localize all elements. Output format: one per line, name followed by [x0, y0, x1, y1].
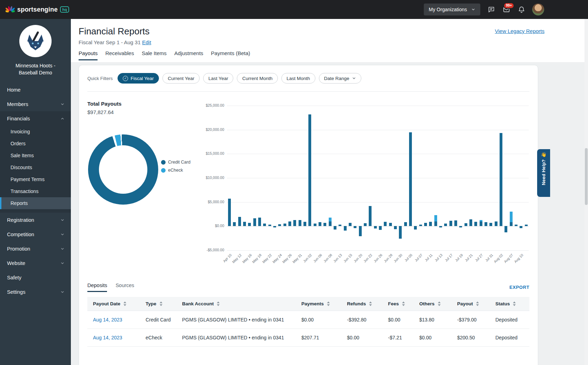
credit-card-bar-negative[interactable]: [379, 226, 382, 230]
sidebar-item-competition[interactable]: Competition: [0, 227, 71, 241]
column-header-bank-account[interactable]: Bank Account: [176, 301, 296, 306]
payout-date-link[interactable]: Aug 14, 2023: [87, 317, 140, 323]
credit-card-bar[interactable]: [515, 225, 517, 226]
need-help-tab[interactable]: 👋 Need Help?: [537, 149, 550, 197]
filter-date-range[interactable]: Date Range: [319, 73, 361, 84]
credit-card-bar[interactable]: [288, 221, 291, 226]
sidebar-item-safety[interactable]: Safety: [0, 270, 71, 285]
credit-card-bar-negative[interactable]: [414, 226, 417, 230]
sort-icon[interactable]: [160, 301, 162, 306]
sportsengine-home-link[interactable]: sportsengine hq: [6, 5, 69, 14]
sidebar-item-transactions[interactable]: Transactions: [0, 185, 71, 197]
column-header-type[interactable]: Type: [140, 301, 176, 306]
payout-date-link[interactable]: Aug 14, 2023: [87, 335, 140, 340]
filter-current-year[interactable]: Current Year: [162, 73, 200, 84]
credit-card-bar[interactable]: [474, 222, 477, 226]
credit-card-bar[interactable]: [323, 223, 326, 226]
credit-card-bar[interactable]: [469, 219, 472, 226]
tab-payments-beta[interactable]: Payments (Beta): [211, 50, 250, 60]
echeck-bar[interactable]: [510, 212, 513, 222]
org-logo[interactable]: [19, 25, 52, 57]
credit-card-bar[interactable]: [248, 223, 251, 226]
column-header-status[interactable]: Status: [490, 301, 529, 306]
echeck-bar[interactable]: [329, 218, 332, 221]
credit-card-bar[interactable]: [263, 224, 266, 226]
sidebar-item-promotion[interactable]: Promotion: [0, 241, 71, 256]
payout-type-donut-chart[interactable]: [88, 134, 158, 205]
credit-card-bar-negative[interactable]: [520, 226, 522, 228]
credit-card-bar[interactable]: [404, 222, 407, 226]
table-row[interactable]: Aug 14, 2023eCheckPGMS (GLASGOW) LIMITED…: [87, 329, 529, 347]
credit-card-bar[interactable]: [283, 224, 286, 226]
sidebar-item-discounts[interactable]: Discounts: [0, 161, 71, 173]
scrollbar-track[interactable]: [584, 19, 588, 365]
sidebar-item-payment-terms[interactable]: Payment Terms: [0, 173, 71, 185]
credit-card-bar[interactable]: [429, 222, 432, 226]
filter-last-month[interactable]: Last Month: [281, 73, 315, 84]
sidebar-item-orders[interactable]: Orders: [0, 138, 71, 150]
credit-card-bar[interactable]: [409, 132, 412, 226]
credit-card-bar[interactable]: [495, 221, 497, 226]
credit-card-bar[interactable]: [228, 199, 231, 226]
my-organizations-dropdown[interactable]: My Organizations: [424, 4, 480, 15]
sort-icon[interactable]: [123, 301, 126, 306]
sidebar-item-registration[interactable]: Registration: [0, 213, 71, 227]
credit-card-bar[interactable]: [278, 224, 281, 226]
echeck-bar[interactable]: [434, 215, 437, 221]
view-legacy-reports-link[interactable]: View Legacy Reports: [495, 28, 544, 34]
credit-card-bar[interactable]: [454, 220, 457, 226]
sort-icon[interactable]: [217, 301, 220, 306]
column-header-payout-date[interactable]: Payout Date: [87, 301, 140, 306]
credit-card-bar[interactable]: [449, 221, 452, 226]
credit-card-bar[interactable]: [303, 222, 306, 226]
sort-icon[interactable]: [476, 301, 479, 306]
credit-card-bar[interactable]: [510, 222, 513, 226]
tab-receivables[interactable]: Receivables: [105, 50, 134, 60]
credit-card-bar[interactable]: [424, 223, 427, 226]
column-header-others[interactable]: Others: [414, 301, 452, 306]
filter-current-month[interactable]: Current Month: [237, 73, 278, 84]
sort-icon[interactable]: [402, 301, 405, 306]
credit-card-bar-negative[interactable]: [354, 226, 356, 228]
user-avatar[interactable]: [532, 4, 544, 15]
export-button[interactable]: EXPORT: [509, 285, 529, 290]
credit-card-bar-negative[interactable]: [334, 226, 336, 230]
credit-card-bar[interactable]: [485, 222, 487, 226]
sidebar-item-members[interactable]: Members: [0, 97, 71, 111]
scrollbar-thumb[interactable]: [585, 148, 588, 205]
filter-fiscal-year[interactable]: ✓Fiscal Year: [118, 73, 159, 84]
credit-card-bar-negative[interactable]: [273, 226, 276, 227]
tab-adjustments[interactable]: Adjustments: [174, 50, 203, 60]
credit-card-bar[interactable]: [465, 223, 467, 226]
credit-card-bar-negative[interactable]: [374, 226, 377, 228]
table-row[interactable]: Aug 14, 2023Credit CardPGMS (GLASGOW) LI…: [87, 311, 529, 329]
credit-card-bar[interactable]: [444, 224, 447, 226]
credit-card-bar[interactable]: [384, 222, 387, 226]
notifications-bell-icon[interactable]: [517, 5, 526, 14]
sidebar-item-settings[interactable]: Settings: [0, 285, 71, 299]
sidebar-item-website[interactable]: Website: [0, 256, 71, 270]
table-tab-deposits[interactable]: Deposits: [87, 283, 107, 292]
column-header-payments[interactable]: Payments: [296, 301, 341, 306]
tab-payouts[interactable]: Payouts: [79, 50, 98, 60]
credit-card-bar[interactable]: [258, 218, 261, 226]
edit-fiscal-year-link[interactable]: Edit: [142, 39, 151, 45]
tab-sale-items[interactable]: Sale Items: [142, 50, 167, 60]
credit-card-bar[interactable]: [419, 225, 422, 226]
credit-card-bar[interactable]: [293, 220, 296, 226]
credit-card-bar[interactable]: [364, 223, 367, 226]
credit-card-bar-negative[interactable]: [505, 226, 507, 232]
column-header-payout[interactable]: Payout: [452, 301, 490, 306]
inbox-icon[interactable]: 99+: [502, 5, 510, 14]
column-header-refunds[interactable]: Refunds: [341, 301, 382, 306]
credit-card-bar[interactable]: [253, 218, 256, 226]
credit-card-bar[interactable]: [299, 220, 301, 226]
credit-card-bar[interactable]: [233, 222, 236, 226]
credit-card-bar[interactable]: [308, 114, 311, 226]
credit-card-bar-negative[interactable]: [344, 226, 347, 230]
credit-card-bar[interactable]: [500, 133, 502, 226]
sort-icon[interactable]: [327, 301, 330, 306]
sidebar-item-invoicing[interactable]: Invoicing: [0, 126, 71, 138]
column-header-fees[interactable]: Fees: [382, 301, 414, 306]
credit-card-bar[interactable]: [489, 223, 492, 226]
